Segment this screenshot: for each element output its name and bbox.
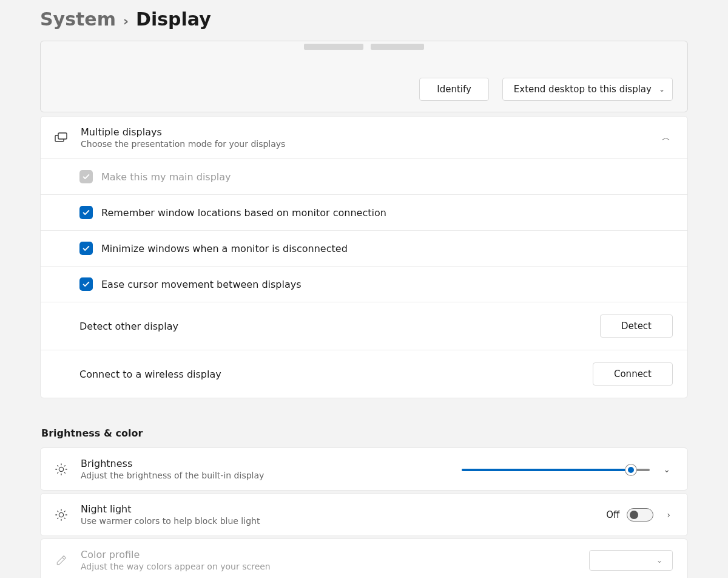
display-mode-label: Extend desktop to this display — [514, 84, 652, 95]
brightness-slider[interactable] — [462, 463, 650, 475]
color-profile-card: Color profile Adjust the way colors appe… — [40, 539, 688, 578]
wireless-display-row: Connect to a wireless display Connect — [41, 350, 687, 398]
breadcrumb-current: Display — [136, 8, 211, 30]
color-profile-dropdown: ⌄ — [589, 550, 673, 571]
checkbox-label: Make this my main display — [101, 171, 673, 183]
night-light-subtitle: Use warmer colors to help block blue lig… — [81, 516, 606, 526]
wireless-display-label: Connect to a wireless display — [79, 369, 593, 380]
svg-point-3 — [59, 512, 63, 517]
chevron-up-icon[interactable]: ︿ — [659, 130, 673, 146]
checkbox-label: Ease cursor movement between displays — [101, 279, 673, 290]
eyedropper-icon — [53, 554, 70, 566]
checkbox-ease-cursor[interactable] — [79, 277, 93, 291]
multiple-displays-header[interactable]: Multiple displays Choose the presentatio… — [41, 117, 687, 159]
night-light-icon — [53, 508, 70, 522]
multi-display-icon — [53, 132, 70, 143]
display-mode-dropdown[interactable]: Extend desktop to this display ⌄ — [502, 78, 673, 101]
section-brightness-heading: Brightness & color — [41, 427, 688, 439]
brightness-icon — [53, 463, 70, 476]
night-light-title: Night light — [81, 503, 606, 515]
multiple-displays-title: Multiple displays — [81, 126, 659, 138]
checkbox-minimize-windows[interactable] — [79, 242, 93, 255]
multiple-displays-panel: Multiple displays Choose the presentatio… — [40, 116, 688, 398]
detect-display-label: Detect other display — [79, 321, 600, 332]
checkbox-row-remember-windows[interactable]: Remember window locations based on monit… — [41, 195, 687, 231]
svg-point-2 — [59, 467, 63, 471]
multiple-displays-subtitle: Choose the presentation mode for your di… — [81, 139, 659, 149]
detect-button[interactable]: Detect — [600, 314, 673, 338]
chevron-down-icon: ⌄ — [659, 85, 665, 93]
checkbox-row-minimize-windows[interactable]: Minimize windows when a monitor is disco… — [41, 231, 687, 267]
breadcrumb-parent[interactable]: System — [40, 8, 116, 30]
color-profile-subtitle: Adjust the way colors appear on your scr… — [81, 562, 589, 571]
chevron-right-icon: › — [123, 13, 129, 29]
monitor-thumbnail[interactable] — [371, 44, 424, 50]
night-light-card[interactable]: Night light Use warmer colors to help bl… — [40, 493, 688, 536]
checkbox-remember-windows[interactable] — [79, 206, 93, 219]
svg-rect-1 — [58, 133, 67, 139]
checkbox-row-main-display: Make this my main display — [41, 159, 687, 195]
checkbox-label: Minimize windows when a monitor is disco… — [101, 243, 673, 254]
identify-button[interactable]: Identify — [419, 78, 489, 101]
checkbox-row-ease-cursor[interactable]: Ease cursor movement between displays — [41, 267, 687, 302]
display-arrangement-card: Identify Extend desktop to this display … — [40, 41, 688, 112]
brightness-title: Brightness — [81, 458, 462, 469]
chevron-down-icon[interactable]: ⌄ — [661, 462, 673, 477]
night-light-toggle[interactable] — [627, 508, 653, 522]
chevron-down-icon: ⌄ — [654, 554, 665, 567]
detect-display-row: Detect other display Detect — [41, 302, 687, 350]
brightness-card[interactable]: Brightness Adjust the brightness of the … — [40, 447, 688, 491]
chevron-right-icon[interactable]: › — [664, 508, 673, 522]
color-profile-title: Color profile — [81, 549, 589, 560]
night-light-state-label: Off — [606, 509, 619, 520]
brightness-subtitle: Adjust the brightness of the built-in di… — [81, 471, 462, 480]
breadcrumb: System › Display — [40, 8, 688, 30]
monitor-thumbnail[interactable] — [304, 44, 363, 50]
checkbox-main-display — [79, 170, 93, 183]
display-arrangement-preview[interactable] — [55, 41, 673, 78]
checkbox-label: Remember window locations based on monit… — [101, 207, 673, 219]
connect-button[interactable]: Connect — [593, 362, 673, 386]
